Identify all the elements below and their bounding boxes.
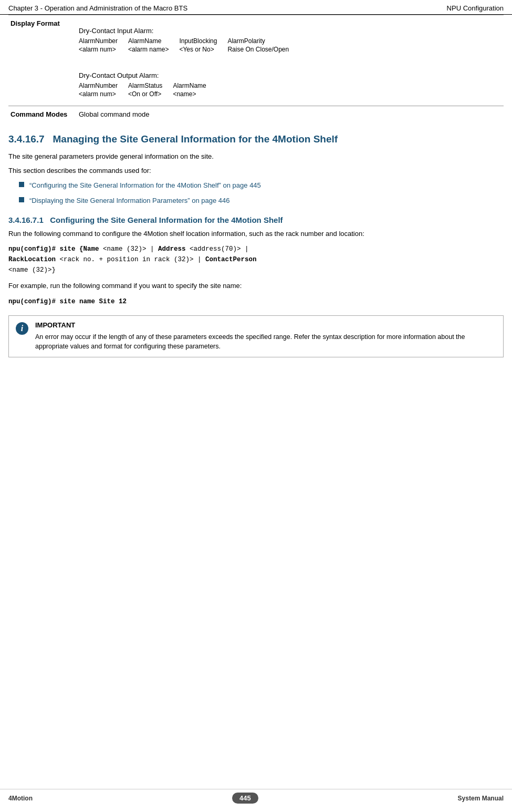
page-footer: 4Motion 445 System Manual [0,789,512,807]
input-val-3: <Yes or No> [179,45,227,54]
display-format-row: Display Format Dry-Contact Input Alarm: … [8,15,504,106]
input-alarm-table: AlarmNumber AlarmName InputBlocking Alar… [79,37,299,54]
output-val-3: <name> [173,90,216,98]
output-header-row: AlarmNumber AlarmStatus AlarmName [79,81,217,90]
header-left: Chapter 3 - Operation and Administration… [8,4,187,12]
input-header-row: AlarmNumber AlarmName InputBlocking Alar… [79,37,299,45]
input-val-2: <alarm name> [128,45,179,54]
output-val-1: <alarm num> [79,90,128,98]
header-right: NPU Configuration [447,4,504,12]
info-icon: i [16,322,28,335]
section-3416-7-intro2: This section describes the commands used… [8,166,504,176]
dry-contact-input-title: Dry-Contact Input Alarm: [79,27,497,35]
output-col-1: AlarmNumber [79,81,128,90]
example-code: npu(config)# site name Site 12 [8,298,127,305]
display-format-value: Dry-Contact Input Alarm: AlarmNumber Ala… [77,15,504,106]
important-text: An error may occur if the length of any … [35,332,497,352]
output-value-row: <alarm num> <On or Off> <name> [79,90,217,98]
footer-left: 4Motion [8,795,33,802]
input-col-3: InputBlocking [179,37,227,45]
code-block-1: npu(config)# site {Name <name (32)> | Ad… [8,244,504,275]
dry-contact-output-title: Dry-Contact Output Alarm: [79,71,497,79]
command-modes-row: Command Modes Global command mode [8,106,504,123]
section-34167-1-intro: Run the following command to configure t… [8,229,504,239]
important-content: IMPORTANT An error may occur if the leng… [35,316,503,357]
bullet-square-2 [19,197,24,202]
output-alarm-table: AlarmNumber AlarmStatus AlarmName <alarm… [79,81,217,98]
example-code-block: npu(config)# site name Site 12 [8,296,504,307]
command-modes-label: Command Modes [8,106,77,123]
main-content: Display Format Dry-Contact Input Alarm: … [0,15,512,374]
display-format-label: Display Format [8,15,77,106]
bullet-square-1 [19,182,24,187]
section-3416-7-bullets: “Configuring the Site General Informatio… [19,180,504,206]
important-icon-col: i [9,316,35,341]
input-val-1: <alarm num> [79,45,128,54]
input-val-4: Raise On Close/Open [227,45,299,54]
input-col-2: AlarmName [128,37,179,45]
section-3416-7-heading: 3.4.16.7 Managing the Site General Infor… [8,133,504,146]
code-line-3: <name (32)>} [8,265,504,275]
footer-right: System Manual [458,795,504,802]
code-line-1: npu(config)# site {Name <name (32)> | Ad… [8,244,504,254]
output-val-2: <On or Off> [128,90,173,98]
bullet-item-1[interactable]: “Configuring the Site General Informatio… [19,180,504,191]
footer-page-number: 445 [232,793,258,804]
input-value-row: <alarm num> <alarm name> <Yes or No> Rai… [79,45,299,54]
input-col-4: AlarmPolarity [227,37,299,45]
input-col-1: AlarmNumber [79,37,128,45]
important-title: IMPORTANT [35,321,497,329]
section-34167-1-heading: 3.4.16.7.1 Configuring the Site General … [8,215,504,224]
code-line-2: RackLocation <rack no. + position in rac… [8,254,504,265]
output-col-3: AlarmName [173,81,216,90]
section-3416-7-intro1: The site general parameters provide gene… [8,151,504,162]
output-col-2: AlarmStatus [128,81,173,90]
bullet-item-2[interactable]: “Displaying the Site General Information… [19,196,504,206]
page-header: Chapter 3 - Operation and Administration… [0,0,512,15]
example-intro: For example, run the following command i… [8,281,504,291]
important-box: i IMPORTANT An error may occur if the le… [8,315,504,358]
info-table: Display Format Dry-Contact Input Alarm: … [8,15,504,122]
command-modes-value: Global command mode [77,106,504,123]
